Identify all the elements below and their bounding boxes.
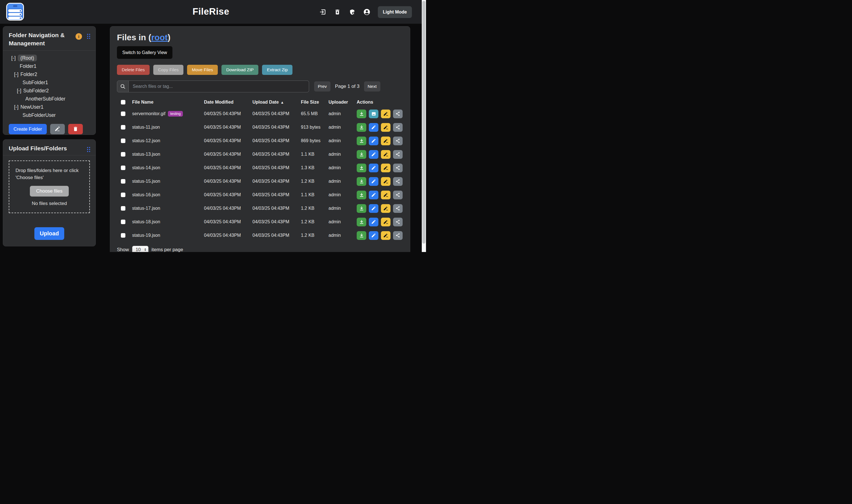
edit-file-button[interactable]: [369, 177, 378, 186]
row-checkbox[interactable]: [121, 193, 125, 197]
folder-tree-item[interactable]: SubFolder1: [3, 78, 95, 87]
search-icon[interactable]: [117, 80, 129, 92]
download-zip-button[interactable]: Download ZIP: [222, 65, 258, 75]
col-uploader[interactable]: Uploader: [329, 100, 357, 105]
rename-tag-button[interactable]: [381, 204, 390, 213]
folder-name[interactable]: (Root): [18, 55, 37, 61]
delete-files-button[interactable]: Delete Files: [117, 65, 150, 75]
next-page-button[interactable]: Next: [364, 82, 380, 91]
rename-tag-button[interactable]: [381, 164, 390, 172]
tree-toggle[interactable]: [-]: [14, 104, 19, 110]
account-icon[interactable]: [363, 8, 370, 16]
folder-name[interactable]: SubFolder2: [23, 88, 49, 93]
edit-file-button[interactable]: [369, 150, 378, 159]
rename-tag-button[interactable]: [381, 137, 390, 145]
download-button[interactable]: [357, 110, 366, 118]
row-checkbox[interactable]: [121, 111, 125, 116]
row-checkbox[interactable]: [121, 125, 125, 129]
edit-file-button[interactable]: [369, 164, 378, 172]
download-button[interactable]: [357, 204, 366, 213]
logout-icon[interactable]: [319, 8, 327, 16]
folder-tree-item[interactable]: [-]NewUser1: [3, 103, 95, 111]
upload-button[interactable]: Upload: [34, 227, 64, 240]
share-button[interactable]: [393, 191, 403, 199]
extract-zip-button[interactable]: Extract Zip: [262, 65, 293, 75]
search-input[interactable]: [129, 80, 309, 92]
choose-files-button[interactable]: Choose files: [30, 186, 69, 197]
copy-files-button[interactable]: Copy Files: [153, 65, 184, 75]
folder-name[interactable]: Folder1: [20, 64, 36, 69]
items-per-page-select[interactable]: 10 ▲▼: [132, 246, 149, 252]
row-checkbox[interactable]: [121, 233, 125, 238]
download-button[interactable]: [357, 123, 366, 132]
download-button[interactable]: [357, 231, 366, 240]
tree-toggle[interactable]: [-]: [17, 88, 21, 93]
share-button[interactable]: [393, 137, 403, 145]
share-button[interactable]: [393, 164, 403, 172]
preview-image-button[interactable]: [369, 110, 378, 118]
rename-tag-button[interactable]: [381, 231, 390, 240]
folder-tree-item[interactable]: [-](Root): [3, 54, 95, 62]
edit-file-button[interactable]: [369, 231, 378, 240]
file-name[interactable]: status-17.json: [132, 206, 160, 211]
share-button[interactable]: [393, 177, 403, 186]
col-date-modified[interactable]: Date Modified: [204, 100, 253, 105]
download-button[interactable]: [357, 164, 366, 172]
upload-dropzone[interactable]: Drop files/folders here or click 'Choose…: [9, 161, 90, 213]
light-mode-button[interactable]: Light Mode: [378, 6, 412, 18]
file-name[interactable]: status-12.json: [132, 138, 160, 143]
rename-folder-button[interactable]: [50, 124, 65, 134]
file-name[interactable]: status-19.json: [132, 233, 160, 238]
download-button[interactable]: [357, 191, 366, 199]
rename-tag-button[interactable]: [381, 177, 390, 186]
download-button[interactable]: [357, 150, 366, 159]
folder-tree-item[interactable]: [-]SubFolder2: [3, 87, 95, 95]
scrollbar-thumb[interactable]: [422, 1, 425, 244]
col-file-size[interactable]: File Size: [301, 100, 329, 105]
switch-gallery-view-button[interactable]: Switch to Gallery View: [117, 46, 172, 59]
file-name[interactable]: status-15.json: [132, 179, 160, 184]
file-name[interactable]: status-11.json: [132, 125, 160, 130]
share-button[interactable]: [393, 123, 403, 132]
share-button[interactable]: [393, 150, 403, 159]
row-checkbox[interactable]: [121, 139, 125, 143]
row-checkbox[interactable]: [121, 152, 125, 157]
file-name[interactable]: status-18.json: [132, 219, 160, 224]
root-folder-link[interactable]: root: [151, 33, 168, 42]
row-checkbox[interactable]: [121, 165, 125, 170]
folder-name[interactable]: Folder2: [21, 72, 37, 77]
download-button[interactable]: [357, 218, 366, 227]
tree-toggle[interactable]: [-]: [11, 55, 16, 61]
folder-tree-item[interactable]: Folder1: [3, 62, 95, 70]
tree-toggle[interactable]: [-]: [14, 72, 19, 77]
col-upload-date[interactable]: Upload Date▲: [253, 100, 301, 105]
admin-shield-icon[interactable]: [349, 8, 356, 16]
share-button[interactable]: [393, 110, 403, 118]
select-all-checkbox[interactable]: [121, 100, 125, 105]
row-checkbox[interactable]: [121, 220, 125, 224]
col-file-name[interactable]: File Name: [132, 100, 204, 105]
file-name[interactable]: status-16.json: [132, 192, 160, 197]
file-name[interactable]: status-13.json: [132, 152, 160, 157]
rename-tag-button[interactable]: [381, 218, 390, 227]
restore-trash-icon[interactable]: [334, 8, 341, 16]
rename-tag-button[interactable]: [381, 191, 390, 199]
window-scrollbar[interactable]: [422, 0, 426, 252]
delete-folder-button[interactable]: [68, 124, 83, 134]
edit-file-button[interactable]: [369, 204, 378, 213]
folder-tree-item[interactable]: [-]Folder2: [3, 70, 95, 78]
share-button[interactable]: [393, 204, 403, 213]
edit-file-button[interactable]: [369, 191, 378, 199]
create-folder-button[interactable]: Create Folder: [9, 124, 47, 134]
row-checkbox[interactable]: [121, 179, 125, 184]
folder-tree-item[interactable]: AnotherSubFolder: [3, 95, 95, 103]
download-button[interactable]: [357, 137, 366, 145]
folder-tree-item[interactable]: SubFolderUser: [3, 111, 95, 120]
folder-name[interactable]: NewUser1: [21, 104, 44, 110]
file-name[interactable]: status-14.json: [132, 165, 160, 170]
drag-handle-icon[interactable]: [87, 147, 90, 152]
drag-handle-icon[interactable]: [87, 34, 90, 39]
folder-name[interactable]: AnotherSubFolder: [25, 96, 65, 102]
folder-name[interactable]: SubFolderUser: [22, 112, 56, 118]
rename-tag-button[interactable]: [381, 110, 390, 118]
